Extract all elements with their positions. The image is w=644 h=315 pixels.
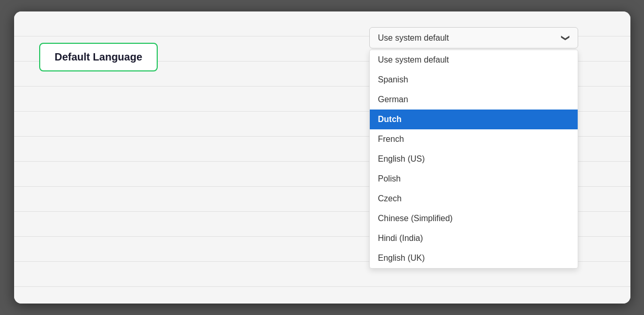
language-dropdown-trigger[interactable]: Use system default ❯ bbox=[369, 27, 578, 49]
chevron-down-icon: ❯ bbox=[561, 34, 571, 41]
dropdown-item-czech[interactable]: Czech bbox=[370, 189, 578, 209]
language-dropdown-area[interactable]: Use system default ❯ Use system defaultS… bbox=[369, 27, 578, 49]
dropdown-current-value: Use system default bbox=[378, 33, 449, 43]
window-frame: Default Language Use system default ❯ Us… bbox=[14, 11, 630, 304]
dropdown-item-english-us[interactable]: English (US) bbox=[370, 149, 578, 169]
dropdown-item-english-uk[interactable]: English (UK) bbox=[370, 248, 578, 268]
dropdown-item-system-default[interactable]: Use system default bbox=[370, 50, 578, 70]
window-inner: Default Language Use system default ❯ Us… bbox=[14, 11, 630, 304]
dropdown-item-spanish[interactable]: Spanish bbox=[370, 70, 578, 90]
language-dropdown-menu: Use system defaultSpanishGermanDutchFren… bbox=[369, 50, 578, 269]
dropdown-item-chinese-simplified[interactable]: Chinese (Simplified) bbox=[370, 209, 578, 228]
dropdown-item-german[interactable]: German bbox=[370, 90, 578, 110]
dropdown-item-hindi-india[interactable]: Hindi (India) bbox=[370, 228, 578, 248]
default-language-label: Default Language bbox=[55, 51, 143, 63]
dropdown-item-polish[interactable]: Polish bbox=[370, 169, 578, 189]
default-language-label-box: Default Language bbox=[39, 43, 158, 71]
dropdown-item-french[interactable]: French bbox=[370, 129, 578, 149]
dropdown-item-dutch[interactable]: Dutch bbox=[370, 110, 578, 129]
